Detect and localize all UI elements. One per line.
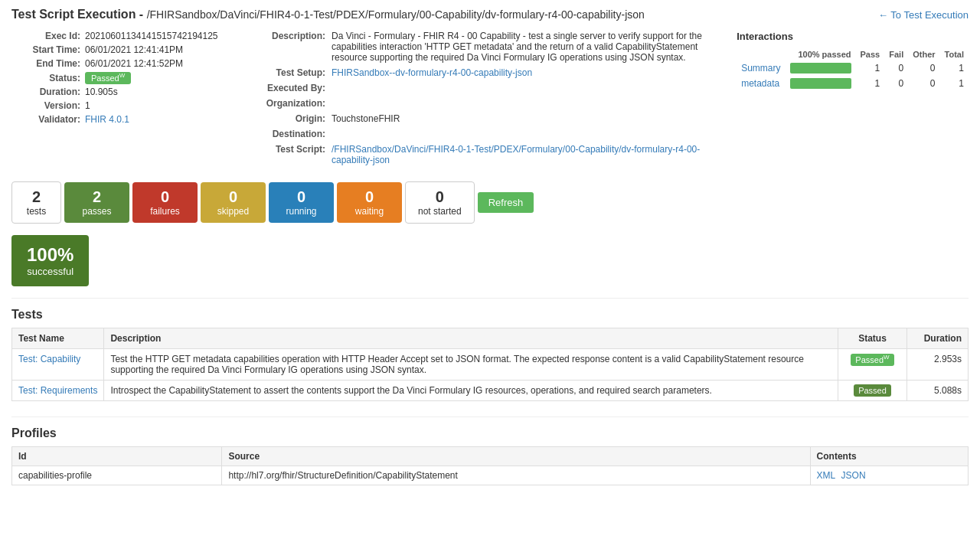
test-name-cell: Test: Capability (12, 349, 104, 381)
col-duration: Duration (907, 328, 969, 349)
interactions-col-pass: Pass (856, 48, 885, 60)
stat-running: 0 running (269, 182, 334, 223)
tests-num: 2 (24, 188, 48, 206)
back-link[interactable]: To Test Execution (878, 9, 969, 21)
table-row: Test: Requirements Introspect the Capabi… (12, 381, 969, 401)
test-name-link[interactable]: Test: Capability (18, 354, 80, 364)
interaction-row: Summary 1 0 0 1 (737, 60, 969, 76)
profile-id: capabilities-profile (12, 466, 222, 485)
validator-value: FHIR 4.0.1 (85, 114, 129, 125)
interaction-progress (786, 76, 856, 91)
exec-id-value: 20210601134141515742194125 (85, 31, 218, 41)
table-row: Test: Capability Test the HTTP GET metad… (12, 349, 969, 381)
success-label: successful (27, 266, 74, 277)
stat-waiting: 0 waiting (337, 182, 402, 223)
page-title: Test Script Execution - /FHIRSandbox/DaV… (11, 8, 645, 21)
destination-label: Destination: (241, 129, 325, 139)
validator-label: Validator: (11, 114, 80, 125)
top-section: Exec Id: 20210601134141515742194125 Star… (11, 31, 969, 170)
interactions-table: 100% passed Pass Fail Other Total Summar… (737, 48, 969, 91)
interactions-section: Interactions 100% passed Pass Fail Other… (737, 31, 969, 170)
test-setup-link[interactable]: FHIRSandbox--dv-formulary-r4-00-capabili… (332, 67, 532, 78)
interactions-title: Interactions (737, 31, 969, 42)
interactions-col-name (737, 48, 785, 60)
running-label: running (281, 206, 322, 217)
divider-2 (11, 416, 969, 417)
stat-tests: 2 tests (11, 181, 61, 224)
profile-contents: XML JSON (810, 466, 968, 485)
description-section: Description: Da Vinci - Formulary - FHIR… (241, 31, 721, 170)
interaction-row: metadata 1 0 0 1 (737, 76, 969, 91)
interaction-fail: 0 (884, 76, 908, 91)
profile-xml-link[interactable]: XML (817, 470, 836, 481)
test-script-link[interactable]: /FHIRSandbox/DaVinci/FHIR4-0-1-Test/PDEX… (332, 144, 700, 165)
version-label: Version: (11, 100, 80, 111)
interactions-col-other: Other (908, 48, 939, 60)
success-row: 100% successful (11, 235, 969, 286)
test-duration-cell: 5.088s (907, 381, 969, 401)
interaction-total: 1 (940, 60, 969, 76)
interactions-col-fail: Fail (884, 48, 908, 60)
end-time-value: 06/01/2021 12:41:52PM (85, 58, 183, 69)
interaction-pass: 1 (856, 60, 885, 76)
duration-label: Duration: (11, 87, 80, 97)
test-setup-label: Test Setup: (241, 67, 325, 78)
success-box: 100% successful (11, 235, 89, 286)
refresh-button[interactable]: Refresh (478, 192, 534, 213)
failures-num: 0 (145, 188, 185, 206)
origin-value: TouchstoneFHIR (332, 113, 400, 124)
skipped-num: 0 (213, 188, 253, 206)
interactions-col-pct: 100% passed (786, 48, 856, 60)
passes-label: passes (77, 206, 117, 217)
not-started-num: 0 (418, 188, 462, 206)
stat-passes: 2 passes (64, 182, 129, 223)
test-status-badge: PassedW (851, 354, 893, 366)
passes-num: 2 (77, 188, 117, 206)
profiles-section-title: Profiles (11, 426, 969, 440)
col-test-name: Test Name (12, 328, 104, 349)
profiles-col-id: Id (12, 447, 222, 466)
status-badge: PassedW (85, 72, 131, 83)
interaction-other: 0 (908, 76, 939, 91)
exec-id-label: Exec Id: (11, 31, 80, 41)
interaction-pass: 1 (856, 76, 885, 91)
waiting-num: 0 (349, 188, 390, 206)
not-started-label: not started (418, 206, 462, 217)
list-item: capabilities-profile http://hl7.org/fhir… (12, 466, 969, 485)
executed-by-label: Executed By: (241, 83, 325, 93)
profiles-table: Id Source Contents capabilities-profile … (11, 446, 969, 485)
profiles-header-row: Id Source Contents (12, 447, 969, 466)
stats-row: 2 tests 2 passes 0 failures 0 skipped 0 … (11, 181, 969, 224)
tests-table-header-row: Test Name Description Status Duration (12, 328, 969, 349)
test-script-label: Test Script: (241, 144, 325, 155)
duration-value: 10.905s (85, 87, 118, 97)
failures-label: failures (145, 206, 185, 217)
test-script-value: /FHIRSandbox/DaVinci/FHIR4-0-1-Test/PDEX… (332, 144, 721, 165)
end-time-label: End Time: (11, 58, 80, 69)
test-name-link[interactable]: Test: Requirements (18, 385, 97, 396)
status-badge-passed: PassedW (85, 72, 131, 84)
test-status-badge: Passed (854, 384, 891, 397)
tests-section-title: Tests (11, 308, 969, 322)
start-time-label: Start Time: (11, 44, 80, 55)
test-description-cell: Test the HTTP GET metadata capabilities … (104, 349, 838, 381)
tests-label: tests (24, 206, 48, 217)
meta-section: Exec Id: 20210601134141515742194125 Star… (11, 31, 226, 170)
validator-link[interactable]: FHIR 4.0.1 (85, 114, 129, 125)
test-name-cell: Test: Requirements (12, 381, 104, 401)
test-setup-value: FHIRSandbox--dv-formulary-r4-00-capabili… (332, 67, 532, 78)
interaction-name: metadata (737, 76, 785, 91)
test-status-cell: PassedW (838, 349, 907, 381)
test-description-cell: Introspect the CapabilityStatement to as… (104, 381, 838, 401)
running-num: 0 (281, 188, 322, 206)
description-label: Description: (241, 31, 325, 41)
col-description: Description (104, 328, 838, 349)
version-value: 1 (85, 100, 90, 111)
interaction-name: Summary (737, 60, 785, 76)
description-text: Da Vinci - Formulary - FHIR R4 - 00 Capa… (332, 31, 721, 63)
profile-json-link[interactable]: JSON (841, 470, 866, 481)
test-duration-cell: 2.953s (907, 349, 969, 381)
profiles-col-source: Source (222, 447, 810, 466)
interaction-total: 1 (940, 76, 969, 91)
profile-source: http://hl7.org/fhir/StructureDefinition/… (222, 466, 810, 485)
